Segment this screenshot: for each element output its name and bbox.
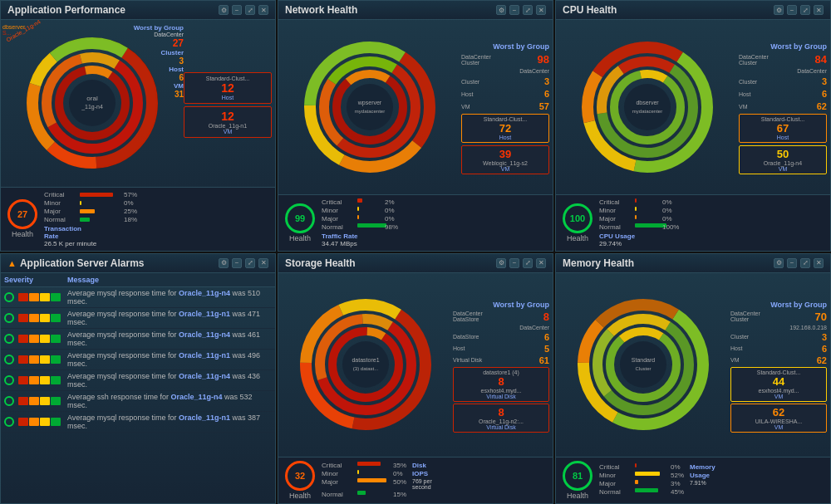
alarm-severity-cell xyxy=(1,411,64,432)
svg-text:oral: oral xyxy=(86,95,98,102)
svg-text:Cluster: Cluster xyxy=(635,366,651,371)
app-stats-detail: Critical 57% Minor 0% Major 25% Normal 1… xyxy=(44,191,268,247)
cpu-worst: Worst by Group DataCenterCluster 84 Data… xyxy=(739,20,830,194)
expand-icon[interactable]: ⤢ xyxy=(245,5,255,15)
app-perf-legend: dbserver S... Oracle_11g-n4 xyxy=(2,24,45,43)
alarms-body: Severity Message xyxy=(1,273,275,504)
cpu-stats-detail: Critical 0% Minor 0% Major 0% Normal 100… xyxy=(599,198,824,247)
cpu-controls: ⚙ − ⤢ ✕ xyxy=(774,5,824,15)
storage-minimize-icon[interactable]: − xyxy=(509,258,519,268)
cpu-settings-icon[interactable]: ⚙ xyxy=(774,5,784,15)
alarm-message: Average mysql response time for Oracle_1… xyxy=(64,286,275,307)
alarm-status-icon xyxy=(4,292,14,302)
memory-expand-icon[interactable]: ⤢ xyxy=(800,258,810,268)
storage-controls: ⚙ − ⤢ ✕ xyxy=(496,258,546,268)
storage-health-wrapper: 32 Health xyxy=(285,461,315,500)
severity-bars xyxy=(18,376,61,384)
svg-point-11 xyxy=(69,80,116,126)
app-performance-panel: Application Performance ⚙ − ⤢ ✕ xyxy=(0,0,276,252)
cpu-stats: 100 Health Critical 0% Minor 0% Major 0%… xyxy=(556,194,830,251)
settings-icon[interactable]: ⚙ xyxy=(219,5,229,15)
network-stats: 99 Health Critical 2% Minor 0% Major 0% … xyxy=(278,194,553,251)
svg-text:Standard: Standard xyxy=(632,357,656,363)
storage-stats: 32 Health Critical 35% Disk Minor 0% IOP… xyxy=(278,457,553,503)
alarm-message: Average mysql response time for Oracle_1… xyxy=(64,328,275,349)
table-row: Average mysql response time for Oracle_1… xyxy=(1,411,275,432)
alarms-controls: ⚙ − ⤢ ✕ xyxy=(219,258,268,268)
svg-text:dbserver: dbserver xyxy=(636,100,659,105)
net-settings-icon[interactable]: ⚙ xyxy=(496,5,506,15)
memory-close-icon[interactable]: ✕ xyxy=(814,258,824,268)
alarm-status-icon xyxy=(4,334,14,344)
storage-settings-icon[interactable]: ⚙ xyxy=(496,258,506,268)
cpu-health-label: Health xyxy=(567,234,588,242)
network-health-header: Network Health ⚙ − ⤢ ✕ xyxy=(278,1,553,20)
network-controls: ⚙ − ⤢ ✕ xyxy=(496,5,546,15)
net-health-label: Health xyxy=(289,234,311,242)
message-col-header: Message xyxy=(64,273,275,287)
memory-health-circle: 81 xyxy=(563,461,593,491)
alarm-status-icon xyxy=(4,313,14,323)
app-performance-controls: ⚙ − ⤢ ✕ xyxy=(219,5,268,15)
storage-health-circle: 32 xyxy=(285,461,315,491)
app-performance-header: Application Performance ⚙ − ⤢ ✕ xyxy=(1,1,275,20)
network-donut: wpserver mydatacenter xyxy=(299,37,440,178)
severity-bars xyxy=(18,335,61,343)
cpu-health-body: dbserver mydatacenter Worst by Group Dat… xyxy=(556,20,830,194)
svg-text:(3) datast...: (3) datast... xyxy=(353,366,379,371)
alarm-severity-cell xyxy=(1,390,64,411)
table-row: Average mysql response time for Oracle_1… xyxy=(1,286,275,307)
memory-chart: Standard Cluster xyxy=(556,273,730,458)
net-stats-detail: Critical 2% Minor 0% Major 0% Normal 98%… xyxy=(322,198,546,247)
cpu-minimize-icon[interactable]: − xyxy=(787,5,797,15)
alarms-title: Application Server Alarms xyxy=(20,257,145,269)
svg-text:wpserver: wpserver xyxy=(357,100,382,106)
storage-health-label: Health xyxy=(289,492,311,500)
severity-bars xyxy=(18,418,61,426)
svg-point-23 xyxy=(347,84,393,130)
network-chart: wpserver mydatacenter xyxy=(278,20,461,194)
memory-minimize-icon[interactable]: − xyxy=(787,258,797,268)
net-minimize-icon[interactable]: − xyxy=(509,5,519,15)
alarm-status-icon xyxy=(4,396,14,406)
net-close-icon[interactable]: ✕ xyxy=(536,5,546,15)
cpu-close-icon[interactable]: ✕ xyxy=(814,5,824,15)
storage-health-panel: Storage Health ⚙ − ⤢ ✕ xyxy=(278,253,553,505)
svg-text:_11g-n4: _11g-n4 xyxy=(81,104,103,110)
alarm-severity-cell xyxy=(1,286,64,307)
net-health-circle: 99 xyxy=(285,203,315,233)
storage-close-icon[interactable]: ✕ xyxy=(536,258,546,268)
net-expand-icon[interactable]: ⤢ xyxy=(523,5,533,15)
severity-bars xyxy=(18,397,61,405)
svg-text:mydatacenter: mydatacenter xyxy=(632,109,662,114)
alarms-settings-icon[interactable]: ⚙ xyxy=(219,258,229,268)
severity-bars xyxy=(18,314,61,322)
alarms-expand-icon[interactable]: ⤢ xyxy=(245,258,255,268)
storage-stats-detail: Critical 35% Disk Minor 0% IOPS Major 50… xyxy=(322,462,546,500)
app-performance-stats: 27 Health Critical 57% Minor 0% Major 25… xyxy=(1,187,275,251)
storage-expand-icon[interactable]: ⤢ xyxy=(523,258,533,268)
cpu-expand-icon[interactable]: ⤢ xyxy=(800,5,810,15)
cpu-donut: dbserver mydatacenter xyxy=(577,37,718,178)
memory-settings-icon[interactable]: ⚙ xyxy=(774,258,784,268)
severity-col-header: Severity xyxy=(1,273,64,287)
dashboard: Application Performance ⚙ − ⤢ ✕ xyxy=(0,0,831,504)
cpu-health-wrapper: 100 Health xyxy=(563,203,593,242)
memory-controls: ⚙ − ⤢ ✕ xyxy=(774,258,824,268)
alarms-close-icon[interactable]: ✕ xyxy=(258,258,268,268)
storage-health-header: Storage Health ⚙ − ⤢ ✕ xyxy=(278,254,553,273)
memory-stats-detail: Critical 0% Memory Minor 52% Usage Major… xyxy=(599,463,824,497)
severity-bars xyxy=(18,355,61,364)
network-health-title: Network Health xyxy=(285,4,357,16)
alarms-panel: ▲ Application Server Alarms ⚙ − ⤢ ✕ Seve… xyxy=(0,253,276,505)
close-icon[interactable]: ✕ xyxy=(258,5,268,15)
table-row: Average ssh response time for Oracle_11g… xyxy=(1,390,275,411)
app-performance-body: oral _11g-n4 dbserver S... Oracle_11g-n4… xyxy=(1,20,275,187)
cpu-chart: dbserver mydatacenter xyxy=(556,20,739,194)
alarm-status-icon xyxy=(4,417,14,427)
alarm-severity-cell xyxy=(1,328,64,349)
svg-text:mydatacenter: mydatacenter xyxy=(355,109,385,114)
alarms-minimize-icon[interactable]: − xyxy=(232,258,242,268)
minimize-icon[interactable]: − xyxy=(232,5,242,15)
storage-health-body: datastore1 (3) datast... Worst by Group … xyxy=(278,273,553,458)
